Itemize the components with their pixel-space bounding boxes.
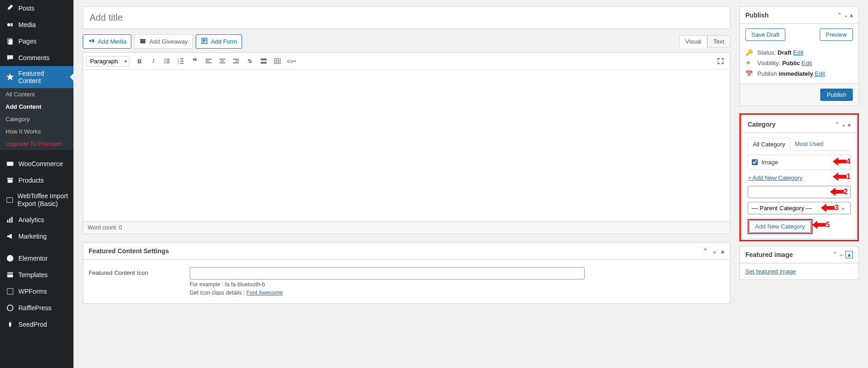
svg-rect-26 [180, 58, 183, 59]
publish-button[interactable]: Publish [820, 89, 853, 101]
tab-most-used[interactable]: Most Used [790, 138, 828, 151]
annotation-4: 4 [846, 157, 851, 166]
megaphone-icon [6, 232, 15, 241]
sidebar-item-marketing[interactable]: Marketing [0, 228, 73, 245]
chevron-down-icon[interactable]: ⌄ [839, 251, 844, 258]
sidebar-item-rafflepress[interactable]: RafflePress [0, 300, 73, 316]
editor-status-bar: Word count: 0 [83, 222, 730, 234]
caret-up-icon[interactable]: ▴ [850, 12, 853, 18]
pages-icon [6, 37, 15, 46]
category-checkbox-image[interactable] [752, 159, 758, 165]
editor-content-area[interactable] [83, 70, 730, 221]
tab-visual[interactable]: Visual [679, 35, 707, 48]
sidebar-item-elementor[interactable]: Elementor [0, 250, 73, 267]
editor-box: Paragraph B I 123 ❝ <>▾ [83, 52, 730, 222]
sidebar-item-posts[interactable]: Posts [0, 0, 73, 17]
preview-button[interactable]: Preview [820, 28, 853, 41]
chart-icon [6, 215, 15, 224]
bold-button[interactable]: B [133, 55, 146, 67]
italic-button[interactable]: I [147, 55, 160, 67]
quote-button[interactable]: ❝ [188, 55, 201, 67]
sidebar-item-seedprod[interactable]: SeedProd [0, 316, 73, 333]
editor-media-buttons: Add Media Add Giveaway Add Form Visual T… [83, 34, 730, 49]
chevron-up-icon[interactable]: ⌃ [833, 251, 837, 258]
chevron-down-icon[interactable]: ⌄ [844, 12, 848, 18]
chevron-down-icon[interactable]: ⌄ [712, 247, 717, 255]
chevron-up-icon[interactable]: ⌃ [837, 12, 842, 18]
svg-rect-16 [141, 40, 146, 43]
sidebar-sub-upgrade[interactable]: Upgrade To Premium [0, 138, 73, 150]
elementor-icon [6, 254, 15, 263]
icon-help-details: Get icon class details : Font Awesome [190, 290, 724, 296]
publish-header[interactable]: Publish ⌃ ⌄ ▴ [740, 7, 858, 24]
readmore-button[interactable] [257, 55, 270, 67]
fullscreen-button[interactable] [714, 55, 727, 67]
chevron-down-icon[interactable]: ⌄ [841, 121, 846, 128]
eye-icon: 👁 [745, 60, 754, 67]
post-title-input[interactable] [83, 6, 730, 29]
sidebar-sub-how-it-works[interactable]: How It Works [0, 125, 73, 138]
sidebar-sub-category[interactable]: Category [0, 113, 73, 125]
bullet-list-button[interactable] [161, 55, 174, 67]
publish-metabox: Publish ⌃ ⌄ ▴ Save Draft Preview 🔑 Statu… [739, 6, 859, 106]
add-media-button[interactable]: Add Media [83, 34, 131, 49]
table-button[interactable] [271, 55, 284, 67]
tab-text[interactable]: Text [707, 35, 730, 48]
svg-rect-9 [11, 217, 13, 223]
sidebar-item-featured-content[interactable]: Featured Content [0, 66, 73, 88]
sidebar-sub-add-content[interactable]: Add Content [0, 100, 73, 113]
set-featured-image-link[interactable]: Set featured image [745, 268, 796, 275]
status-row: 🔑 Status: Draft Edit [745, 47, 853, 58]
svg-rect-41 [261, 61, 267, 61]
code-button[interactable]: <>▾ [285, 55, 298, 67]
paragraph-select[interactable]: Paragraph [86, 56, 130, 67]
edit-schedule-link[interactable]: Edit [815, 70, 825, 77]
sidebar-item-comments[interactable]: Comments [0, 50, 73, 66]
align-center-button[interactable] [216, 55, 229, 67]
font-awesome-link[interactable]: Font Awesome [246, 290, 282, 296]
seedprod-icon [6, 320, 15, 329]
save-draft-button[interactable]: Save Draft [745, 28, 785, 41]
align-left-button[interactable] [202, 55, 215, 67]
pushpin-icon [6, 4, 15, 13]
admin-sidebar: Posts Media Pages Comments Featured Cont… [0, 0, 73, 368]
sidebar-item-templates[interactable]: Templates [0, 267, 73, 283]
edit-status-link[interactable]: Edit [793, 49, 803, 56]
annotation-2: 2 [844, 188, 848, 196]
add-new-category-button[interactable]: Add New Category [749, 220, 811, 233]
chevron-up-icon[interactable]: ⌃ [703, 247, 708, 255]
link-button[interactable] [243, 55, 256, 67]
align-right-button[interactable] [230, 55, 242, 67]
number-list-button[interactable]: 123 [175, 55, 187, 67]
category-item-image[interactable]: Image [752, 159, 846, 166]
chevron-up-icon[interactable]: ⌃ [835, 121, 840, 128]
sidebar-item-products[interactable]: Products [0, 172, 73, 189]
caret-up-icon[interactable]: ▴ [848, 121, 851, 128]
sidebar-item-woocommerce[interactable]: WooCommerce [0, 156, 73, 172]
sidebar-item-media[interactable]: Media [0, 17, 73, 33]
featured-image-header[interactable]: Featured image ⌃ ⌄ ▴ [740, 246, 858, 263]
schedule-row: 📅 Publish immediately Edit [745, 68, 853, 79]
sidebar-right: Publish ⌃ ⌄ ▴ Save Draft Preview 🔑 Statu… [739, 0, 868, 368]
sidebar-item-webtoffee[interactable]: WebToffee Import Export (Basic) [0, 189, 73, 212]
tab-all-category[interactable]: All Category [748, 138, 790, 151]
svg-point-0 [7, 23, 11, 26]
sidebar-item-analytics[interactable]: Analytics [0, 212, 73, 228]
sidebar-item-pages[interactable]: Pages [0, 33, 73, 50]
caret-up-icon[interactable]: ▴ [721, 247, 724, 255]
svg-point-10 [7, 255, 13, 261]
featured-content-settings-panel: Featured Content Settings ⌃ ⌄ ▴ Featured… [83, 242, 730, 304]
gift-icon [139, 37, 147, 46]
featured-icon-label: Featured Content Icon [89, 267, 180, 276]
add-giveaway-button[interactable]: Add Giveaway [134, 34, 193, 49]
sidebar-sub-all-content[interactable]: All Content [0, 88, 73, 100]
featured-icon-input[interactable] [190, 267, 585, 279]
add-form-button[interactable]: Add Form [196, 34, 242, 49]
edit-visibility-link[interactable]: Edit [802, 60, 812, 67]
category-header[interactable]: Category ⌃ ⌄ ▴ [742, 116, 856, 133]
caret-up-icon[interactable]: ▴ [845, 251, 853, 258]
sidebar-item-wpforms[interactable]: WPForms [0, 283, 73, 300]
svg-rect-37 [233, 59, 239, 60]
settings-panel-header[interactable]: Featured Content Settings ⌃ ⌄ ▴ [83, 243, 730, 260]
media-icon [6, 20, 15, 29]
